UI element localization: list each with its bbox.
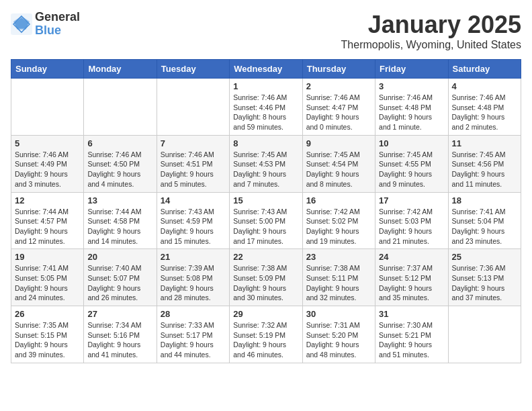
- day-number: 21: [161, 252, 226, 262]
- day-number: 6: [87, 138, 152, 148]
- day-info: Sunrise: 7:32 AM Sunset: 5:19 PM Dayligh…: [233, 320, 298, 360]
- calendar-week-row: 1Sunrise: 7:46 AM Sunset: 4:46 PM Daylig…: [11, 79, 521, 136]
- day-info: Sunrise: 7:41 AM Sunset: 5:05 PM Dayligh…: [15, 263, 80, 303]
- calendar-cell: 29Sunrise: 7:32 AM Sunset: 5:19 PM Dayli…: [230, 306, 302, 363]
- day-info: Sunrise: 7:43 AM Sunset: 4:59 PM Dayligh…: [161, 207, 226, 246]
- calendar-cell: 31Sunrise: 7:30 AM Sunset: 5:21 PM Dayli…: [375, 306, 448, 363]
- calendar-cell: 10Sunrise: 7:45 AM Sunset: 4:55 PM Dayli…: [375, 135, 448, 192]
- logo-text: General Blue: [35, 11, 80, 38]
- day-info: Sunrise: 7:38 AM Sunset: 5:09 PM Dayligh…: [233, 263, 298, 303]
- day-number: 17: [379, 195, 444, 205]
- day-number: 2: [306, 81, 371, 91]
- calendar-cell: [11, 79, 84, 136]
- calendar-cell: 3Sunrise: 7:46 AM Sunset: 4:48 PM Daylig…: [375, 79, 448, 136]
- day-info: Sunrise: 7:33 AM Sunset: 5:17 PM Dayligh…: [161, 320, 226, 360]
- calendar-cell: 24Sunrise: 7:37 AM Sunset: 5:12 PM Dayli…: [375, 249, 448, 306]
- calendar-cell: 5Sunrise: 7:46 AM Sunset: 4:49 PM Daylig…: [11, 135, 84, 192]
- day-info: Sunrise: 7:38 AM Sunset: 5:11 PM Dayligh…: [306, 263, 371, 303]
- day-number: 16: [306, 195, 371, 205]
- day-number: 1: [233, 81, 298, 91]
- calendar-cell: 7Sunrise: 7:46 AM Sunset: 4:51 PM Daylig…: [157, 135, 229, 192]
- logo-general: General: [35, 11, 80, 24]
- calendar-cell: 18Sunrise: 7:41 AM Sunset: 5:04 PM Dayli…: [448, 192, 521, 249]
- weekday-header: Sunday: [11, 60, 84, 79]
- calendar-cell: 8Sunrise: 7:45 AM Sunset: 4:53 PM Daylig…: [230, 135, 302, 192]
- month-title: January 2025: [341, 11, 521, 39]
- calendar-cell: 23Sunrise: 7:38 AM Sunset: 5:11 PM Dayli…: [302, 249, 375, 306]
- calendar-cell: 9Sunrise: 7:45 AM Sunset: 4:54 PM Daylig…: [302, 135, 375, 192]
- calendar-cell: 16Sunrise: 7:42 AM Sunset: 5:02 PM Dayli…: [302, 192, 375, 249]
- day-info: Sunrise: 7:46 AM Sunset: 4:50 PM Dayligh…: [87, 150, 152, 189]
- calendar-cell: 22Sunrise: 7:38 AM Sunset: 5:09 PM Dayli…: [230, 249, 302, 306]
- weekday-header: Monday: [84, 60, 157, 79]
- calendar-week-row: 5Sunrise: 7:46 AM Sunset: 4:49 PM Daylig…: [11, 135, 521, 192]
- title-section: January 2025 Thermopolis, Wyoming, Unite…: [341, 11, 521, 51]
- day-number: 28: [161, 309, 226, 319]
- day-number: 8: [233, 138, 298, 148]
- day-info: Sunrise: 7:46 AM Sunset: 4:48 PM Dayligh…: [379, 93, 444, 132]
- calendar-cell: 12Sunrise: 7:44 AM Sunset: 4:57 PM Dayli…: [11, 192, 84, 249]
- day-number: 29: [233, 309, 298, 319]
- weekday-header-row: SundayMondayTuesdayWednesdayThursdayFrid…: [11, 60, 521, 79]
- calendar-table: SundayMondayTuesdayWednesdayThursdayFrid…: [11, 59, 521, 363]
- calendar-cell: 15Sunrise: 7:43 AM Sunset: 5:00 PM Dayli…: [230, 192, 302, 249]
- day-number: 19: [15, 252, 80, 262]
- calendar-cell: 13Sunrise: 7:44 AM Sunset: 4:58 PM Dayli…: [84, 192, 157, 249]
- day-info: Sunrise: 7:46 AM Sunset: 4:51 PM Dayligh…: [161, 150, 226, 189]
- day-info: Sunrise: 7:45 AM Sunset: 4:53 PM Dayligh…: [233, 150, 298, 189]
- calendar-cell: 20Sunrise: 7:40 AM Sunset: 5:07 PM Dayli…: [84, 249, 157, 306]
- calendar-cell: 30Sunrise: 7:31 AM Sunset: 5:20 PM Dayli…: [302, 306, 375, 363]
- day-info: Sunrise: 7:36 AM Sunset: 5:13 PM Dayligh…: [452, 263, 517, 303]
- day-number: 25: [452, 252, 517, 262]
- calendar-cell: 6Sunrise: 7:46 AM Sunset: 4:50 PM Daylig…: [84, 135, 157, 192]
- day-info: Sunrise: 7:41 AM Sunset: 5:04 PM Dayligh…: [452, 207, 517, 246]
- day-info: Sunrise: 7:37 AM Sunset: 5:12 PM Dayligh…: [379, 263, 444, 303]
- day-number: 11: [452, 138, 517, 148]
- day-info: Sunrise: 7:43 AM Sunset: 5:00 PM Dayligh…: [233, 207, 298, 246]
- day-number: 31: [379, 309, 444, 319]
- calendar-cell: 27Sunrise: 7:34 AM Sunset: 5:16 PM Dayli…: [84, 306, 157, 363]
- logo: General Blue: [11, 11, 80, 38]
- day-info: Sunrise: 7:44 AM Sunset: 4:58 PM Dayligh…: [87, 207, 152, 246]
- day-number: 24: [379, 252, 444, 262]
- calendar-cell: 21Sunrise: 7:39 AM Sunset: 5:08 PM Dayli…: [157, 249, 229, 306]
- day-info: Sunrise: 7:46 AM Sunset: 4:47 PM Dayligh…: [306, 93, 371, 132]
- day-number: 18: [452, 195, 517, 205]
- day-number: 30: [306, 309, 371, 319]
- calendar-cell: 26Sunrise: 7:35 AM Sunset: 5:15 PM Dayli…: [11, 306, 84, 363]
- day-number: 22: [233, 252, 298, 262]
- calendar-cell: 28Sunrise: 7:33 AM Sunset: 5:17 PM Dayli…: [157, 306, 229, 363]
- day-number: 9: [306, 138, 371, 148]
- day-info: Sunrise: 7:42 AM Sunset: 5:03 PM Dayligh…: [379, 207, 444, 246]
- weekday-header: Wednesday: [230, 60, 302, 79]
- calendar-cell: 1Sunrise: 7:46 AM Sunset: 4:46 PM Daylig…: [230, 79, 302, 136]
- day-info: Sunrise: 7:45 AM Sunset: 4:54 PM Dayligh…: [306, 150, 371, 189]
- weekday-header: Friday: [375, 60, 448, 79]
- day-number: 5: [15, 138, 80, 148]
- calendar-week-row: 12Sunrise: 7:44 AM Sunset: 4:57 PM Dayli…: [11, 192, 521, 249]
- day-number: 13: [87, 195, 152, 205]
- day-info: Sunrise: 7:46 AM Sunset: 4:49 PM Dayligh…: [15, 150, 80, 189]
- weekday-header: Saturday: [448, 60, 521, 79]
- page-header: General Blue January 2025 Thermopolis, W…: [11, 11, 521, 51]
- day-number: 27: [87, 309, 152, 319]
- day-info: Sunrise: 7:40 AM Sunset: 5:07 PM Dayligh…: [87, 263, 152, 303]
- day-number: 14: [161, 195, 226, 205]
- calendar-week-row: 19Sunrise: 7:41 AM Sunset: 5:05 PM Dayli…: [11, 249, 521, 306]
- day-info: Sunrise: 7:34 AM Sunset: 5:16 PM Dayligh…: [87, 320, 152, 360]
- day-number: 10: [379, 138, 444, 148]
- weekday-header: Tuesday: [157, 60, 229, 79]
- calendar-cell: [84, 79, 157, 136]
- day-info: Sunrise: 7:42 AM Sunset: 5:02 PM Dayligh…: [306, 207, 371, 246]
- day-number: 3: [379, 81, 444, 91]
- day-number: 4: [452, 81, 517, 91]
- day-info: Sunrise: 7:39 AM Sunset: 5:08 PM Dayligh…: [161, 263, 226, 303]
- day-info: Sunrise: 7:46 AM Sunset: 4:46 PM Dayligh…: [233, 93, 298, 132]
- day-number: 26: [15, 309, 80, 319]
- day-info: Sunrise: 7:30 AM Sunset: 5:21 PM Dayligh…: [379, 320, 444, 360]
- location-title: Thermopolis, Wyoming, United States: [341, 39, 521, 51]
- calendar-cell: 4Sunrise: 7:46 AM Sunset: 4:48 PM Daylig…: [448, 79, 521, 136]
- calendar-week-row: 26Sunrise: 7:35 AM Sunset: 5:15 PM Dayli…: [11, 306, 521, 363]
- day-info: Sunrise: 7:44 AM Sunset: 4:57 PM Dayligh…: [15, 207, 80, 246]
- weekday-header: Thursday: [302, 60, 375, 79]
